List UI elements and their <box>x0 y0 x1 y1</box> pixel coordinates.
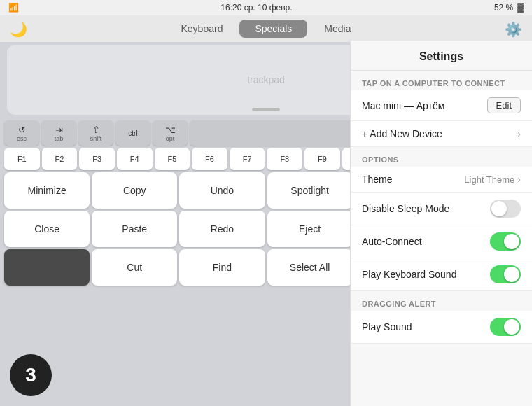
gear-icon[interactable]: ⚙️ <box>505 21 522 38</box>
tap-label: TAP ON A COMPUTER TO CONNECT <box>351 71 532 90</box>
find-key[interactable]: Find <box>179 249 265 286</box>
status-right: 52 % ▓ <box>494 3 524 13</box>
theme-row[interactable]: Theme Light Theme › <box>351 167 532 192</box>
edit-button[interactable]: Edit <box>487 97 521 113</box>
f9-key[interactable]: F9 <box>304 148 340 170</box>
disable-sleep-label: Disable Sleep Mode <box>362 203 449 214</box>
play-keyboard-sound-label: Play Keyboard Sound <box>362 269 456 280</box>
cut-key[interactable]: Cut <box>92 249 177 286</box>
ctrl-key[interactable]: ctrl <box>115 120 150 146</box>
play-sound-label: Play Sound <box>362 321 412 332</box>
play-keyboard-sound-row[interactable]: Play Keyboard Sound <box>351 258 532 291</box>
theme-value: Light Theme <box>464 174 514 185</box>
tab-media[interactable]: Media <box>309 20 366 38</box>
spotlight-key[interactable]: Spotlight <box>267 172 353 209</box>
disable-sleep-toggle[interactable] <box>490 200 521 218</box>
f1-key[interactable]: F1 <box>4 148 40 170</box>
add-device-label: + Add New Device <box>362 128 442 139</box>
battery-icon: ▓ <box>517 3 524 13</box>
add-device-row[interactable]: + Add New Device › <box>351 121 532 147</box>
play-sound-thumb <box>504 319 519 335</box>
play-sound-toggle[interactable] <box>490 318 521 336</box>
copy-key[interactable]: Copy <box>92 172 177 209</box>
auto-connect-label: Auto-Connect <box>362 236 422 247</box>
dragging-alert-label: DRAGGING ALERT <box>351 291 532 311</box>
select-all-key[interactable]: Select All <box>267 249 353 286</box>
f6-key[interactable]: F6 <box>192 148 227 170</box>
device-row: Mac mini — Артём Edit <box>351 90 532 121</box>
tab-key[interactable]: ⇥ tab <box>41 120 76 146</box>
f7-key[interactable]: F7 <box>230 148 265 170</box>
close-key[interactable]: Close <box>4 211 90 247</box>
q-key[interactable] <box>4 249 90 286</box>
status-left: 📶 <box>8 3 19 13</box>
theme-label: Theme <box>362 174 393 185</box>
battery-percent: 52 % <box>494 3 513 13</box>
f3-key[interactable]: F3 <box>79 148 115 170</box>
moon-icon[interactable]: 🌙 <box>10 21 27 38</box>
disable-sleep-thumb <box>491 201 507 216</box>
play-keyboard-sound-toggle[interactable] <box>490 265 521 284</box>
auto-connect-thumb <box>504 234 519 249</box>
badge-number: 3 <box>25 364 36 386</box>
options-label: OPTIONS <box>351 147 532 167</box>
tab-specials[interactable]: Specials <box>239 20 307 38</box>
shift-key[interactable]: ⇧ shift <box>78 120 113 146</box>
trackpad-handle <box>252 108 280 111</box>
f5-key[interactable]: F5 <box>155 148 190 170</box>
settings-title: Settings <box>351 41 532 71</box>
tab-keyboard[interactable]: Keyboard <box>166 20 239 38</box>
f4-key[interactable]: F4 <box>117 148 153 170</box>
auto-connect-toggle[interactable] <box>490 232 521 251</box>
redo-key[interactable]: Redo <box>179 211 265 247</box>
trackpad-label: trackpad <box>247 74 285 85</box>
disable-sleep-row[interactable]: Disable Sleep Mode <box>351 192 532 225</box>
wifi-icon: 📶 <box>8 3 19 13</box>
device-name: Mac mini — Артём <box>362 100 444 111</box>
f2-key[interactable]: F2 <box>42 148 78 170</box>
undo-key[interactable]: Undo <box>179 172 265 209</box>
status-bar: 📶 16:20 ср. 10 февр. 52 % ▓ <box>0 0 532 15</box>
theme-chevron: › <box>517 174 521 185</box>
add-device-chevron: › <box>517 128 521 139</box>
status-time: 16:20 ср. 10 февр. <box>220 3 292 13</box>
f8-key[interactable]: F8 <box>267 148 302 170</box>
paste-key[interactable]: Paste <box>92 211 177 247</box>
circle-badge: 3 <box>10 354 52 396</box>
settings-panel: Settings TAP ON A COMPUTER TO CONNECT Ma… <box>350 41 532 406</box>
eject-key[interactable]: Eject <box>267 211 353 247</box>
play-keyboard-sound-thumb <box>504 267 519 282</box>
tab-bar: Keyboard Specials Media <box>0 15 532 42</box>
theme-value-group: Light Theme › <box>464 174 521 185</box>
opt-key[interactable]: ⌥ opt <box>153 120 188 146</box>
auto-connect-row[interactable]: Auto-Connect <box>351 225 532 258</box>
minimize-key[interactable]: Minimize <box>4 172 90 209</box>
esc-key[interactable]: ↺ esc <box>4 120 39 146</box>
play-sound-row[interactable]: Play Sound <box>351 311 532 344</box>
